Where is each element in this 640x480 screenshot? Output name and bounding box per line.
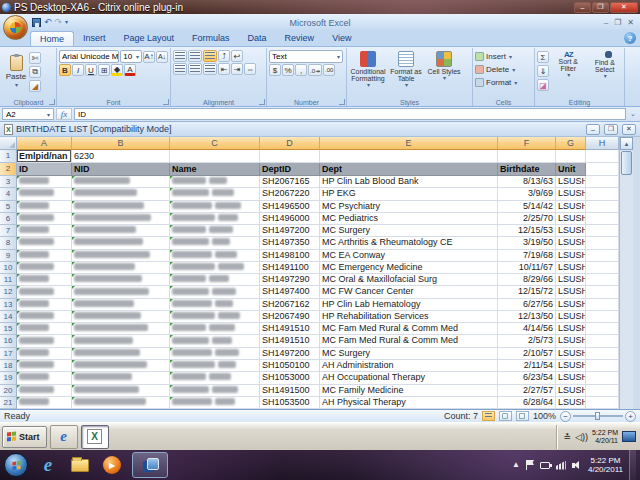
- copy-icon[interactable]: ⧉: [29, 66, 41, 78]
- cell-dept[interactable]: MC Oral & Maxillofacial Surg: [320, 274, 498, 286]
- cell-redacted[interactable]: [17, 397, 72, 409]
- cell-dept[interactable]: MC Emergency Medicine: [320, 262, 498, 274]
- cell-redacted[interactable]: [72, 385, 170, 397]
- network-display-icon[interactable]: [622, 431, 636, 442]
- cell-dept[interactable]: MC Family Medicine: [320, 385, 498, 397]
- cell-redacted[interactable]: [17, 335, 72, 347]
- cell-birthdate[interactable]: 12/13/50: [498, 311, 556, 323]
- format-cells-button[interactable]: Format ▾: [475, 76, 532, 89]
- font-color-icon[interactable]: A: [124, 64, 136, 76]
- format-painter-icon[interactable]: ◢: [29, 80, 41, 92]
- cell-dept[interactable]: MC Psychiatry: [320, 201, 498, 213]
- cell-redacted[interactable]: [72, 335, 170, 347]
- cell-deptid[interactable]: SH1053000: [260, 372, 320, 384]
- borders-icon[interactable]: ⊞: [98, 64, 110, 76]
- power-icon[interactable]: [540, 462, 550, 469]
- cell-redacted[interactable]: [170, 274, 260, 286]
- cell-birthdate[interactable]: 6/23/54: [498, 372, 556, 384]
- tab-view[interactable]: View: [323, 31, 360, 46]
- bold-button[interactable]: B: [59, 64, 71, 76]
- redo-icon[interactable]: ↷: [55, 18, 63, 27]
- cell-birthdate[interactable]: 12/15/72: [498, 286, 556, 298]
- grow-font-icon[interactable]: A↑: [143, 51, 155, 63]
- orientation-icon[interactable]: ⤴: [218, 50, 230, 62]
- cell-deptid[interactable]: SH1053500: [260, 397, 320, 409]
- cell-dept[interactable]: AH Administration: [320, 360, 498, 372]
- cell-deptid[interactable]: SH1497290: [260, 274, 320, 286]
- action-center-flag-icon[interactable]: [526, 460, 534, 470]
- cell-birthdate[interactable]: 12/15/53: [498, 225, 556, 237]
- volume-icon[interactable]: ◁)): [575, 432, 588, 442]
- cell-redacted[interactable]: [170, 385, 260, 397]
- cell-redacted[interactable]: [72, 397, 170, 409]
- cell-birthdate[interactable]: 3/9/69: [498, 188, 556, 200]
- row-number[interactable]: 7: [0, 225, 17, 237]
- cut-icon[interactable]: ✄: [29, 52, 41, 64]
- cell-birthdate[interactable]: 5/14/42: [498, 201, 556, 213]
- align-middle-icon[interactable]: [188, 50, 202, 62]
- cell-redacted[interactable]: [170, 225, 260, 237]
- tab-home[interactable]: Home: [30, 31, 74, 46]
- fill-color-icon[interactable]: ◆: [111, 64, 123, 76]
- row-number[interactable]: 3: [0, 176, 17, 188]
- shrink-font-icon[interactable]: A↓: [156, 51, 168, 63]
- row-number[interactable]: 14: [0, 311, 17, 323]
- row-number[interactable]: 2: [0, 163, 17, 176]
- cell-redacted[interactable]: [170, 176, 260, 188]
- local-clock[interactable]: 5:22 PM 4/20/2011: [588, 456, 623, 474]
- clear-icon[interactable]: ◪: [537, 79, 549, 91]
- grid-cell[interactable]: [586, 262, 619, 274]
- delete-cells-button[interactable]: Delete ▾: [475, 63, 532, 76]
- grid-cell[interactable]: [586, 397, 619, 409]
- tab-formulas[interactable]: Formulas: [183, 31, 239, 46]
- workbook-minimize-button[interactable]: –: [586, 124, 600, 135]
- taskbar-excel-button[interactable]: X: [81, 425, 109, 449]
- name-box[interactable]: A2 ▾: [2, 108, 54, 120]
- qat-more-icon[interactable]: ▾: [65, 18, 68, 27]
- row-number[interactable]: 12: [0, 286, 17, 298]
- excel-minimize-button[interactable]: –: [604, 18, 608, 28]
- cell-redacted[interactable]: [170, 237, 260, 249]
- cell-redacted[interactable]: [170, 286, 260, 298]
- cell-redacted[interactable]: [170, 299, 260, 311]
- number-dialog-launcher[interactable]: [339, 99, 345, 105]
- cell-redacted[interactable]: [72, 311, 170, 323]
- taskbar-ie-icon[interactable]: e: [36, 453, 60, 477]
- network-signal-icon[interactable]: [556, 461, 566, 470]
- grid-cell[interactable]: [586, 163, 619, 176]
- grid-cell[interactable]: [586, 274, 619, 286]
- grid-cell[interactable]: [586, 176, 619, 188]
- cell-redacted[interactable]: [17, 237, 72, 249]
- grid-cell[interactable]: [586, 299, 619, 311]
- cell-birthdate[interactable]: 10/11/67: [498, 262, 556, 274]
- cell-redacted[interactable]: [170, 397, 260, 409]
- help-icon[interactable]: ?: [624, 32, 636, 44]
- column-header-a[interactable]: A: [17, 137, 72, 150]
- fill-icon[interactable]: ⇓: [537, 65, 549, 77]
- undo-icon[interactable]: ↶: [44, 18, 52, 27]
- grid-cell[interactable]: [586, 335, 619, 347]
- cell-unit[interactable]: LSUSH: [556, 323, 586, 335]
- cell-birthdate[interactable]: 2/5/73: [498, 335, 556, 347]
- cell-unit[interactable]: LSUSH: [556, 262, 586, 274]
- cell-deptid[interactable]: SH1491510: [260, 323, 320, 335]
- header-cell-nid[interactable]: NID: [72, 163, 170, 176]
- cell-deptid[interactable]: SH1497200: [260, 348, 320, 360]
- page-layout-view-button[interactable]: [499, 411, 512, 421]
- row-number[interactable]: 19: [0, 372, 17, 384]
- row-number[interactable]: 1: [0, 150, 17, 163]
- windows-start-orb[interactable]: [4, 453, 28, 477]
- taskbar-explorer-icon[interactable]: [68, 453, 92, 477]
- cell-redacted[interactable]: [170, 311, 260, 323]
- cell-deptid[interactable]: SH1497400: [260, 286, 320, 298]
- align-left-icon[interactable]: [173, 63, 187, 75]
- cell-dept[interactable]: HP EKG: [320, 188, 498, 200]
- cell-dept[interactable]: HP Rehabilitation Services: [320, 311, 498, 323]
- cell-redacted[interactable]: [17, 262, 72, 274]
- row-number[interactable]: 15: [0, 323, 17, 335]
- cell-birthdate[interactable]: 2/11/54: [498, 360, 556, 372]
- paste-button[interactable]: Paste ▾: [3, 50, 29, 92]
- align-bottom-icon[interactable]: [203, 50, 217, 62]
- cell-dept[interactable]: MC Fam Med Rural & Comm Med: [320, 323, 498, 335]
- excel-restore-button[interactable]: ❐: [614, 18, 621, 28]
